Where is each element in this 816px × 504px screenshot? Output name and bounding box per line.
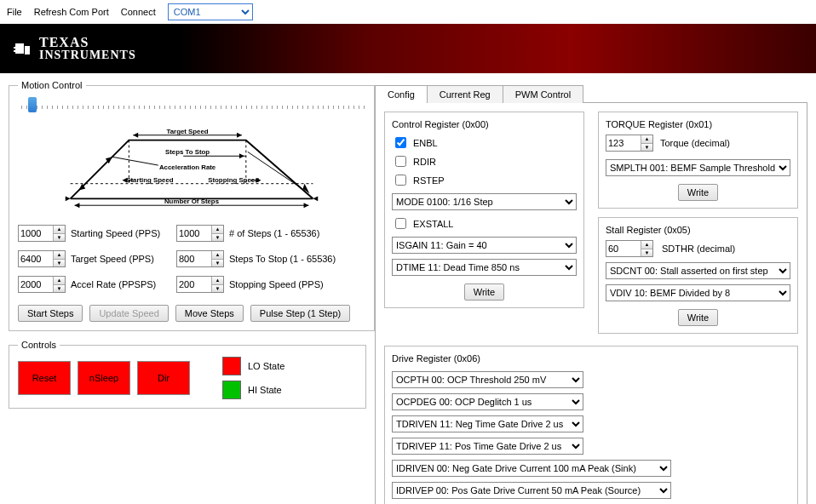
exstall-label: EXSTALL bbox=[413, 219, 454, 229]
svg-text:Starting Speed: Starting Speed bbox=[126, 176, 174, 184]
spin-up-icon[interactable]: ▲ bbox=[54, 277, 65, 285]
svg-marker-30 bbox=[304, 203, 309, 208]
svg-text:Steps To Stop: Steps To Stop bbox=[165, 148, 210, 156]
hi-state-label: HI State bbox=[248, 385, 282, 395]
sdthr-value-input[interactable]: ▲▼ bbox=[606, 240, 653, 257]
stall-write-button[interactable]: Write bbox=[678, 309, 718, 326]
svg-line-12 bbox=[248, 152, 305, 190]
svg-marker-16 bbox=[239, 153, 244, 158]
move-steps-button[interactable]: Move Steps bbox=[175, 305, 244, 322]
ti-wordmark: TEXAS INSTRUMENTS bbox=[39, 36, 136, 61]
control-register-title: Control Register (0x00) bbox=[392, 119, 577, 129]
svg-rect-1 bbox=[25, 46, 30, 54]
sdcnt-select[interactable]: SDCNT 00: Stall asserted on first step bbox=[606, 262, 790, 279]
motion-profile-diagram: Target Speed Steps To Stop Acceleration … bbox=[51, 123, 332, 216]
pulse-step-button[interactable]: Pulse Step (1 Step) bbox=[250, 305, 350, 322]
ti-logo-block: TEXAS INSTRUMENTS bbox=[0, 24, 179, 73]
dir-button[interactable]: Dir bbox=[137, 361, 190, 395]
menu-connect[interactable]: Connect bbox=[121, 7, 156, 17]
menubar: File Refresh Com Port Connect COM1 bbox=[0, 0, 816, 24]
steps-to-stop-input[interactable]: ▲▼ bbox=[176, 250, 224, 267]
svg-text:Target Speed: Target Speed bbox=[167, 128, 209, 135]
steps-to-stop-label: Steps To Stop (1 - 65536) bbox=[229, 254, 365, 264]
rstep-label: RSTEP bbox=[413, 175, 445, 186]
rdir-checkbox[interactable] bbox=[395, 156, 406, 167]
reset-button[interactable]: Reset bbox=[18, 361, 71, 395]
control-write-button[interactable]: Write bbox=[464, 284, 504, 301]
config-tab-body: Control Register (0x00) ENBL RDIR RSTEP … bbox=[375, 102, 807, 504]
rdir-label: RDIR bbox=[413, 157, 436, 167]
controls-legend: Controls bbox=[18, 340, 60, 350]
spin-down-icon[interactable]: ▼ bbox=[212, 285, 223, 293]
stopping-speed-input[interactable]: ▲▼ bbox=[176, 276, 224, 293]
isgain-select[interactable]: ISGAIN 11: Gain = 40 bbox=[392, 237, 577, 254]
accel-rate-label: Accel Rate (PPSPS) bbox=[71, 279, 173, 289]
torque-write-button[interactable]: Write bbox=[678, 184, 718, 201]
ocpdeg-select[interactable]: OCPDEG 00: OCP Deglitch 1 us bbox=[392, 393, 583, 410]
mode-select[interactable]: MODE 0100: 1/16 Step bbox=[392, 193, 577, 210]
rstep-checkbox[interactable] bbox=[395, 175, 406, 186]
lo-state-swatch bbox=[222, 357, 241, 375]
accel-rate-input[interactable]: ▲▼ bbox=[18, 276, 66, 293]
spin-up-icon[interactable]: ▲ bbox=[212, 226, 223, 234]
torque-value-input[interactable]: ▲▼ bbox=[606, 135, 653, 152]
stall-register-title: Stall Register (0x05) bbox=[606, 225, 790, 235]
tab-config[interactable]: Config bbox=[375, 85, 428, 103]
spin-down-icon[interactable]: ▼ bbox=[212, 260, 223, 267]
dtime-select[interactable]: DTIME 11: Dead Time 850 ns bbox=[392, 259, 577, 276]
vdiv-select[interactable]: VDIV 10: BEMF Divided by 8 bbox=[606, 284, 790, 301]
state-legend: LO State HI State bbox=[222, 357, 284, 399]
controls-group: Controls Reset nSleep Dir LO State HI St… bbox=[9, 340, 366, 409]
ocpth-select[interactable]: OCPTH 00: OCP Threshold 250 mV bbox=[392, 371, 583, 388]
target-speed-input[interactable]: ▲▼ bbox=[18, 250, 66, 267]
svg-rect-2 bbox=[14, 47, 15, 49]
idrivep-select[interactable]: IDRIVEP 00: Pos Gate Drive Current 50 mA… bbox=[392, 482, 671, 499]
tdrivep-select[interactable]: TDRIVEP 11: Pos Time Gate Drive 2 us bbox=[392, 438, 583, 455]
spin-up-icon[interactable]: ▲ bbox=[641, 241, 652, 249]
spin-down-icon[interactable]: ▼ bbox=[641, 144, 652, 152]
lo-state-label: LO State bbox=[248, 361, 284, 371]
tab-pwm[interactable]: PWM Control bbox=[503, 85, 583, 103]
exstall-checkbox[interactable] bbox=[395, 218, 406, 229]
spin-down-icon[interactable]: ▼ bbox=[54, 260, 65, 267]
stopping-speed-label: Stopping Speed (PPS) bbox=[229, 279, 365, 289]
com-port-select[interactable]: COM1 bbox=[168, 3, 253, 20]
spin-up-icon[interactable]: ▲ bbox=[641, 135, 652, 144]
nsleep-button[interactable]: nSleep bbox=[78, 361, 130, 395]
tab-current[interactable]: Current Reg bbox=[427, 85, 503, 103]
svg-text:Acceleration Rate: Acceleration Rate bbox=[159, 163, 216, 171]
menu-refresh-com[interactable]: Refresh Com Port bbox=[34, 7, 109, 17]
svg-marker-23 bbox=[123, 178, 128, 183]
drive-register-group: Drive Register (0x06) OCPTH 00: OCP Thre… bbox=[384, 346, 798, 504]
idriven-select[interactable]: IDRIVEN 00: Neg Gate Drive Current 100 m… bbox=[392, 460, 671, 477]
start-steps-button[interactable]: Start Steps bbox=[18, 305, 83, 322]
speed-slider[interactable] bbox=[21, 106, 365, 109]
torque-register-title: TORQUE Register (0x01) bbox=[606, 119, 790, 129]
sdthr-value-label: SDTHR (decimal) bbox=[662, 243, 790, 254]
spin-down-icon[interactable]: ▼ bbox=[212, 234, 223, 242]
update-speed-button[interactable]: Update Speed bbox=[89, 305, 168, 322]
starting-speed-input[interactable]: ▲▼ bbox=[18, 225, 66, 242]
svg-line-17 bbox=[78, 157, 112, 190]
svg-marker-32 bbox=[66, 196, 71, 201]
drive-register-title: Drive Register (0x06) bbox=[392, 353, 790, 364]
svg-text:Stopping Speed: Stopping Speed bbox=[208, 176, 259, 184]
starting-speed-label: Starting Speed (PPS) bbox=[71, 228, 173, 238]
tdriven-select[interactable]: TDRIVEN 11: Neg Time Gate Drive 2 us bbox=[392, 415, 583, 432]
svg-rect-0 bbox=[15, 43, 24, 54]
svg-line-21 bbox=[112, 157, 158, 165]
spin-down-icon[interactable]: ▼ bbox=[54, 285, 65, 293]
num-steps-input[interactable]: ▲▼ bbox=[176, 225, 224, 242]
enbl-checkbox[interactable] bbox=[395, 137, 406, 148]
num-steps-label: # of Steps (1 - 65536) bbox=[229, 228, 365, 238]
menu-file[interactable]: File bbox=[7, 7, 22, 17]
spin-up-icon[interactable]: ▲ bbox=[212, 277, 223, 285]
spin-down-icon[interactable]: ▼ bbox=[54, 234, 65, 242]
torque-value-label: Torque (decimal) bbox=[660, 138, 730, 148]
spin-up-icon[interactable]: ▲ bbox=[54, 251, 65, 260]
motion-control-group: Motion Control Target Speed Steps To Sto… bbox=[9, 80, 375, 331]
spin-down-icon[interactable]: ▼ bbox=[641, 249, 652, 257]
spin-up-icon[interactable]: ▲ bbox=[212, 251, 223, 260]
smplth-select[interactable]: SMPLTH 001: BEMF Sample Threshold 100 us bbox=[606, 159, 790, 176]
spin-up-icon[interactable]: ▲ bbox=[54, 226, 65, 234]
